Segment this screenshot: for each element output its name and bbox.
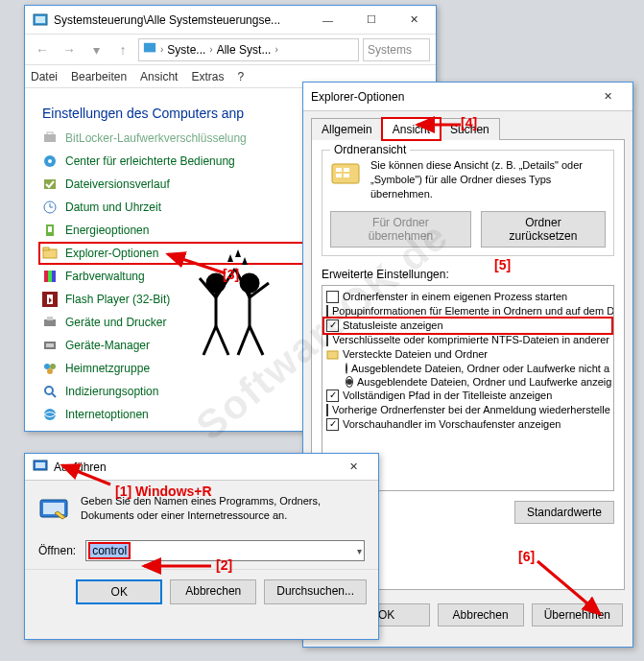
recent-dropdown[interactable]: ▾ bbox=[84, 38, 107, 61]
breadcrumb-part[interactable]: Syste... bbox=[167, 43, 205, 57]
tree-item[interactable]: ✓Statusleiste anzeigen bbox=[324, 319, 611, 333]
folder-view-legend: Ordneransicht bbox=[330, 143, 410, 156]
svg-rect-7 bbox=[44, 179, 56, 189]
breadcrumb[interactable]: › Syste... › Alle Syst... › bbox=[138, 38, 359, 61]
search-input[interactable]: Systems bbox=[363, 38, 430, 61]
item-icon bbox=[42, 338, 58, 353]
item-icon bbox=[42, 177, 58, 192]
tree-item-label: Ausgeblendete Dateien, Ordner oder Laufw… bbox=[351, 363, 609, 374]
run-description: Geben Sie den Namen eines Programms, Ord… bbox=[81, 494, 365, 523]
up-button[interactable]: ↑ bbox=[111, 38, 134, 61]
eo-title: Explorer-Optionen bbox=[311, 90, 590, 104]
checkbox[interactable] bbox=[326, 404, 328, 416]
item-icon bbox=[42, 361, 58, 376]
item-label: Indizierungsoption bbox=[65, 385, 158, 398]
tab-view[interactable]: Ansicht bbox=[382, 118, 441, 140]
chevron-down-icon[interactable]: ▾ bbox=[357, 546, 362, 556]
tree-item[interactable]: Versteckte Dateien und Ordner bbox=[324, 347, 611, 362]
menu-edit[interactable]: Bearbeiten bbox=[71, 70, 127, 83]
cancel-button[interactable]: Abbrechen bbox=[170, 579, 256, 604]
item-label: Explorer-Optionen bbox=[65, 247, 158, 260]
svg-rect-14 bbox=[43, 248, 49, 250]
tree-item[interactable]: Popupinformationen für Elemente in Ordne… bbox=[324, 304, 611, 319]
checkbox[interactable] bbox=[326, 291, 339, 303]
tree-item[interactable]: Vorherige Ordnerfenster bei der Anmeldun… bbox=[324, 403, 611, 417]
menu-file[interactable]: Datei bbox=[31, 70, 58, 83]
svg-rect-12 bbox=[48, 226, 52, 232]
radio[interactable] bbox=[346, 363, 347, 374]
open-combobox[interactable]: control ▾ bbox=[85, 540, 365, 561]
open-label: Öffnen: bbox=[38, 544, 76, 557]
tree-item[interactable]: Ordnerfenster in einem eigenen Prozess s… bbox=[324, 290, 611, 304]
item-icon bbox=[42, 200, 58, 215]
chevron-icon: › bbox=[158, 44, 165, 55]
tree-item-label: Versteckte Dateien und Ordner bbox=[343, 348, 488, 360]
item-icon bbox=[42, 246, 58, 261]
svg-rect-38 bbox=[43, 503, 64, 514]
tree-item[interactable]: ✓Vorschauhandler im Vorschaufenster anze… bbox=[324, 417, 611, 432]
checkbox[interactable] bbox=[326, 334, 328, 346]
tree-item[interactable]: ✓Vollständigen Pfad in der Titelleiste a… bbox=[324, 389, 611, 403]
svg-rect-2 bbox=[144, 43, 155, 53]
svg-rect-31 bbox=[344, 168, 349, 172]
maximize-button[interactable]: ☐ bbox=[349, 6, 393, 34]
tree-item-label: Verschlüsselte oder komprimierte NTFS-Da… bbox=[332, 334, 609, 345]
menu-extras[interactable]: Extras bbox=[191, 70, 224, 83]
item-label: Center für erleichterte Bedienung bbox=[65, 154, 235, 168]
checkbox[interactable] bbox=[326, 305, 328, 318]
tab-strip: Allgemein Ansicht Suchen bbox=[303, 111, 632, 139]
radio[interactable] bbox=[346, 376, 353, 388]
breadcrumb-part[interactable]: Alle Syst... bbox=[217, 43, 272, 57]
tree-item-label: Popupinformationen für Elemente in Ordne… bbox=[332, 305, 614, 317]
tree-item[interactable]: Ausgeblendete Dateien, Ordner oder Laufw… bbox=[324, 362, 611, 375]
control-panel-icon bbox=[33, 12, 48, 28]
tree-item-label: Vorschauhandler im Vorschaufenster anzei… bbox=[343, 418, 561, 430]
item-label: Flash Player (32-Bit) bbox=[65, 293, 170, 306]
tree-item-label: Vollständigen Pfad in der Titelleiste an… bbox=[343, 390, 552, 401]
svg-point-25 bbox=[47, 368, 53, 374]
close-button[interactable]: ✕ bbox=[590, 83, 625, 110]
item-label: Geräte und Drucker bbox=[65, 316, 166, 329]
svg-rect-16 bbox=[48, 271, 52, 282]
close-button[interactable]: ✕ bbox=[393, 6, 436, 34]
open-value: control bbox=[90, 544, 129, 557]
reset-folders-button[interactable]: Ordner zurücksetzen bbox=[481, 211, 606, 248]
apply-to-folders-button[interactable]: Für Ordner übernehmen bbox=[330, 211, 471, 248]
run-titlebar: Ausführen ✕ bbox=[25, 454, 378, 481]
forward-button[interactable]: → bbox=[58, 38, 81, 61]
nav-row: ← → ▾ ↑ › Syste... › Alle Syst... › Syst… bbox=[25, 35, 436, 65]
menu-help[interactable]: ? bbox=[237, 70, 244, 83]
svg-rect-3 bbox=[44, 134, 56, 142]
svg-rect-32 bbox=[336, 174, 342, 177]
checkbox[interactable]: ✓ bbox=[326, 319, 339, 332]
svg-point-24 bbox=[50, 364, 56, 369]
restore-defaults-button[interactable]: Standardwerte bbox=[514, 501, 614, 524]
advanced-settings-label: Erweiterte Einstellungen: bbox=[322, 268, 614, 281]
svg-rect-18 bbox=[42, 292, 58, 307]
tab-general[interactable]: Allgemein bbox=[311, 118, 383, 140]
svg-point-28 bbox=[44, 409, 56, 420]
svg-rect-19 bbox=[44, 319, 56, 326]
cp-title: Systemsteuerung\Alle Systemsteuerungse..… bbox=[54, 13, 306, 27]
apply-button[interactable]: Übernehmen bbox=[532, 603, 623, 626]
svg-point-26 bbox=[45, 387, 53, 394]
checkbox[interactable]: ✓ bbox=[326, 390, 339, 402]
svg-rect-1 bbox=[36, 16, 45, 23]
tree-item[interactable]: Verschlüsselte oder komprimierte NTFS-Da… bbox=[324, 333, 611, 347]
item-icon bbox=[42, 130, 58, 146]
run-icon-small bbox=[33, 458, 48, 476]
run-title: Ausführen bbox=[54, 460, 336, 474]
back-button[interactable]: ← bbox=[31, 38, 54, 61]
minimize-button[interactable]: — bbox=[306, 6, 349, 34]
menu-view[interactable]: Ansicht bbox=[140, 70, 178, 83]
folder-view-group: Ordneransicht Sie können diese Ansicht (… bbox=[322, 150, 614, 256]
ok-button[interactable]: OK bbox=[76, 579, 162, 604]
tab-search[interactable]: Suchen bbox=[440, 118, 500, 140]
folder-icon bbox=[326, 348, 339, 361]
browse-button[interactable]: Durchsuchen... bbox=[264, 579, 367, 604]
checkbox[interactable]: ✓ bbox=[326, 418, 339, 431]
item-label: Internetoptionen bbox=[65, 408, 149, 421]
tree-item[interactable]: Ausgeblendete Dateien, Ordner und Laufwe… bbox=[324, 375, 611, 389]
cancel-button[interactable]: Abbrechen bbox=[438, 603, 524, 626]
close-button[interactable]: ✕ bbox=[336, 453, 370, 481]
